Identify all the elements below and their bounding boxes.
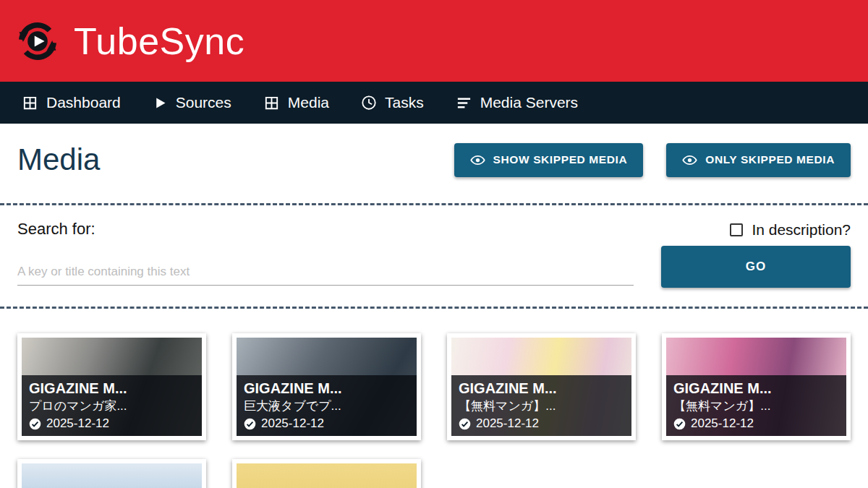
media-card[interactable]: GIGAZINE M... 【無料マンガ】... 2025-12-12 bbox=[447, 333, 636, 440]
nav-label: Tasks bbox=[385, 94, 424, 111]
media-thumbnail: GIGAZINE M... プロのマンガ家... 2025-12-12 bbox=[22, 338, 202, 436]
search-section: Search for: In description? GO bbox=[0, 205, 868, 307]
page-title: Media bbox=[17, 142, 100, 177]
media-subtitle: 【無料マンガ】... bbox=[673, 398, 839, 415]
nav-label: Dashboard bbox=[46, 94, 121, 111]
eye-icon bbox=[470, 153, 485, 168]
media-title: GIGAZINE M... bbox=[244, 379, 409, 398]
in-description-checkbox-row[interactable]: In description? bbox=[730, 221, 851, 239]
media-grid: GIGAZINE M... プロのマンガ家... 2025-12-12 GIGA… bbox=[0, 309, 868, 488]
skipped-media-buttons: SHOW SKIPPED MEDIA ONLY SKIPPED MEDIA bbox=[454, 143, 851, 177]
media-caption: GIGAZINE M... 巨大液タブでプ... 2025-12-12 bbox=[237, 375, 417, 436]
show-skipped-media-button[interactable]: SHOW SKIPPED MEDIA bbox=[454, 143, 644, 177]
check-circle-icon bbox=[244, 418, 256, 430]
nav-label: Sources bbox=[176, 94, 231, 111]
media-subtitle: 【無料マンガ】... bbox=[459, 398, 624, 415]
media-caption: GIGAZINE M... 【無料マンガ】... 2025-12-12 bbox=[451, 375, 631, 436]
media-title: GIGAZINE M... bbox=[29, 379, 195, 398]
media-card[interactable] bbox=[17, 459, 206, 488]
dashboard-grid-icon bbox=[22, 95, 38, 111]
list-lines-icon bbox=[456, 95, 472, 111]
media-thumbnail bbox=[237, 463, 417, 488]
media-card[interactable]: GIGAZINE M... 【無料マンガ】... 2025-12-12 bbox=[662, 333, 851, 440]
media-date-row: 2025-12-12 bbox=[673, 416, 839, 431]
app-header: TubeSync bbox=[0, 0, 868, 82]
tubesync-logo-icon bbox=[12, 15, 64, 67]
nav-label: Media Servers bbox=[480, 94, 578, 111]
media-card[interactable]: GIGAZINE M... プロのマンガ家... 2025-12-12 bbox=[17, 333, 206, 440]
media-date: 2025-12-12 bbox=[261, 416, 324, 431]
media-grid-icon bbox=[263, 95, 280, 111]
media-date-row: 2025-12-12 bbox=[459, 416, 624, 431]
media-thumbnail bbox=[22, 463, 202, 488]
in-description-checkbox[interactable] bbox=[730, 223, 743, 236]
media-caption: GIGAZINE M... プロのマンガ家... 2025-12-12 bbox=[22, 375, 202, 436]
check-circle-icon bbox=[459, 418, 471, 430]
check-circle-icon bbox=[673, 418, 686, 430]
in-description-label: In description? bbox=[752, 221, 851, 239]
media-subtitle: プロのマンガ家... bbox=[29, 398, 195, 415]
media-date-row: 2025-12-12 bbox=[244, 416, 409, 431]
play-icon bbox=[153, 95, 168, 111]
media-subtitle: 巨大液タブでプ... bbox=[244, 398, 409, 415]
go-button[interactable]: GO bbox=[661, 246, 851, 288]
main-content: Media SHOW SKIPPED MEDIA ONLY SKIPPED ME… bbox=[0, 142, 868, 488]
search-input[interactable] bbox=[17, 262, 634, 286]
media-title: GIGAZINE M... bbox=[673, 379, 839, 398]
button-label: SHOW SKIPPED MEDIA bbox=[493, 153, 628, 166]
check-circle-icon bbox=[29, 418, 41, 430]
nav-sources[interactable]: Sources bbox=[153, 94, 231, 111]
media-card[interactable]: GIGAZINE M... 巨大液タブでプ... 2025-12-12 bbox=[232, 333, 421, 440]
eye-icon bbox=[682, 153, 697, 168]
nav-media[interactable]: Media bbox=[263, 94, 329, 111]
search-label: Search for: bbox=[17, 220, 634, 239]
media-date: 2025-12-12 bbox=[691, 416, 754, 431]
media-date-row: 2025-12-12 bbox=[29, 416, 195, 431]
nav-media-servers[interactable]: Media Servers bbox=[456, 94, 578, 111]
main-nav: Dashboard Sources Media Tasks Media Serv… bbox=[0, 82, 868, 124]
media-thumbnail: GIGAZINE M... 【無料マンガ】... 2025-12-12 bbox=[666, 338, 846, 436]
nav-tasks[interactable]: Tasks bbox=[361, 94, 424, 111]
media-date: 2025-12-12 bbox=[476, 416, 539, 431]
media-date: 2025-12-12 bbox=[46, 416, 109, 431]
button-label: ONLY SKIPPED MEDIA bbox=[705, 153, 835, 166]
app-title: TubeSync bbox=[74, 20, 244, 63]
media-card[interactable] bbox=[232, 459, 421, 488]
media-title: GIGAZINE M... bbox=[459, 379, 624, 398]
media-thumbnail: GIGAZINE M... 【無料マンガ】... 2025-12-12 bbox=[451, 338, 631, 436]
media-caption: GIGAZINE M... 【無料マンガ】... 2025-12-12 bbox=[666, 375, 846, 436]
nav-label: Media bbox=[288, 94, 329, 111]
only-skipped-media-button[interactable]: ONLY SKIPPED MEDIA bbox=[666, 143, 851, 177]
clock-icon bbox=[361, 95, 377, 111]
media-thumbnail: GIGAZINE M... 巨大液タブでプ... 2025-12-12 bbox=[237, 338, 417, 436]
nav-dashboard[interactable]: Dashboard bbox=[22, 94, 121, 111]
